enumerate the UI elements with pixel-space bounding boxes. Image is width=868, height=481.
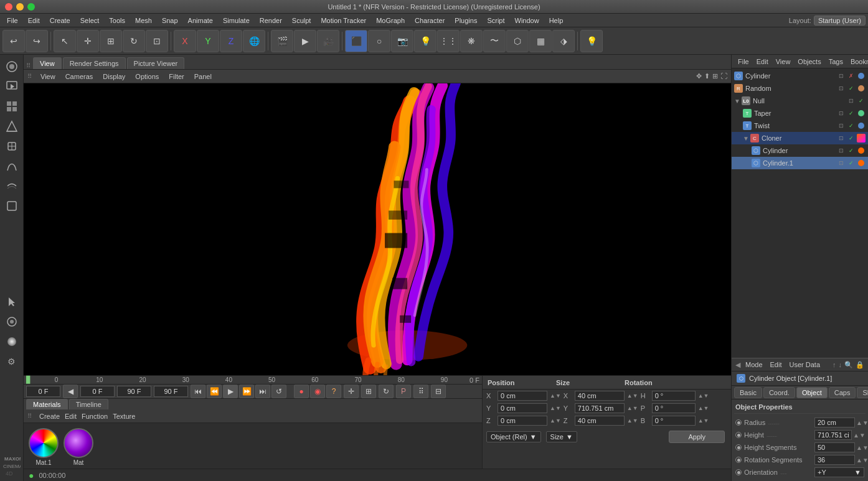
- light-button[interactable]: 💡: [414, 30, 436, 52]
- tw1-v[interactable]: ⊡: [837, 121, 846, 130]
- timeline-prev-field[interactable]: ◀: [63, 385, 78, 398]
- menu-select[interactable]: Select: [76, 16, 104, 26]
- sidebar-icon-box[interactable]: [2, 197, 21, 215]
- prop-height-input[interactable]: [814, 430, 852, 440]
- rot-p-spinner[interactable]: ▲▼: [698, 405, 709, 411]
- sidebar-icon-spline[interactable]: [2, 157, 21, 175]
- menu-plugins[interactable]: Plugins: [450, 16, 481, 26]
- n1-v[interactable]: ⊡: [847, 96, 856, 105]
- cc2-v[interactable]: ⊡: [837, 159, 846, 167]
- tab-render-settings[interactable]: Render Settings: [63, 57, 126, 69]
- tools2-button[interactable]: ⬗: [552, 30, 575, 52]
- prop-hseg-spinner[interactable]: ▲▼: [856, 444, 868, 451]
- pos-y-input[interactable]: [498, 403, 547, 413]
- sidebar-icon-settings[interactable]: ⚙: [2, 352, 21, 371]
- prop-hseg-radio[interactable]: [735, 444, 742, 451]
- render-region-button[interactable]: 🎬: [271, 30, 293, 52]
- cc1-check[interactable]: ✓: [847, 146, 856, 155]
- size-y-spinner[interactable]: ▲▼: [627, 405, 638, 411]
- c1-x[interactable]: ✗: [847, 72, 856, 80]
- material-mat1[interactable]: Mat.1: [29, 428, 59, 466]
- close-button[interactable]: [5, 3, 12, 11]
- vc-options[interactable]: Options: [131, 72, 163, 81]
- pos-x-spinner[interactable]: ▲▼: [550, 393, 561, 399]
- cl1-check[interactable]: ✓: [847, 134, 856, 142]
- props-mode-menu[interactable]: Mode: [743, 360, 765, 369]
- prop-rseg-input[interactable]: [814, 455, 855, 465]
- objects-edit-menu[interactable]: Edit: [754, 57, 771, 66]
- objects-tags-menu[interactable]: Tags: [826, 57, 846, 66]
- axis-z-button[interactable]: Z: [220, 30, 242, 52]
- prop-height-spinner[interactable]: ▲▼: [853, 432, 866, 439]
- timeline-layout-button[interactable]: ⊟: [431, 385, 446, 398]
- tab-view[interactable]: View: [33, 57, 62, 69]
- mat-create-btn[interactable]: Create: [39, 413, 60, 420]
- tree-taper[interactable]: T Taper ⊡ ✓: [732, 107, 868, 119]
- timeline-current-frame[interactable]: 0 F: [26, 386, 60, 397]
- transform-tool-button[interactable]: ⊡: [146, 30, 168, 52]
- layout-value[interactable]: Startup (User): [814, 16, 866, 26]
- loop-button[interactable]: ↺: [271, 385, 286, 398]
- props-search-icon[interactable]: 🔍: [844, 361, 853, 369]
- rot-h-spinner[interactable]: ▲▼: [698, 393, 709, 399]
- r1-v[interactable]: ⊡: [837, 84, 846, 93]
- tab-caps[interactable]: Caps: [829, 387, 856, 398]
- size-z-input[interactable]: [575, 416, 625, 426]
- rot-p-input[interactable]: [652, 403, 696, 413]
- sidebar-icon-mesh[interactable]: [2, 117, 21, 136]
- prop-rseg-radio[interactable]: [735, 457, 742, 463]
- menu-mesh[interactable]: Mesh: [131, 16, 156, 26]
- vc-cameras[interactable]: Cameras: [62, 72, 97, 81]
- effects-button[interactable]: ▦: [529, 30, 552, 52]
- mat-texture-btn[interactable]: Texture: [113, 413, 135, 420]
- cc2-check[interactable]: ✓: [847, 159, 856, 167]
- vc-view[interactable]: View: [37, 72, 59, 81]
- axis-x-button[interactable]: X: [174, 30, 196, 52]
- r1-check[interactable]: ✓: [847, 84, 856, 93]
- timeline-dots-button[interactable]: ⠿: [413, 385, 428, 398]
- select-tool-button[interactable]: ↖: [54, 30, 76, 52]
- size-y-input[interactable]: [575, 403, 625, 413]
- timeline-motion-button[interactable]: P: [396, 385, 411, 398]
- pos-y-spinner[interactable]: ▲▼: [550, 405, 561, 411]
- redo-button[interactable]: ↪: [26, 30, 48, 52]
- prop-radius-radio[interactable]: [735, 419, 742, 426]
- menu-file[interactable]: File: [2, 16, 22, 26]
- timeline-snap-button[interactable]: ⊞: [361, 385, 376, 398]
- cube-button[interactable]: ⬛: [345, 30, 367, 52]
- tree-cylinder[interactable]: ⬡ Cylinder ⊡ ✗: [732, 70, 868, 82]
- tw1-check[interactable]: ✓: [847, 121, 856, 130]
- coord-system-dropdown[interactable]: Object (Rel) ▼: [486, 431, 541, 442]
- objects-objects-menu[interactable]: Objects: [795, 57, 823, 66]
- mat-function-btn[interactable]: Function: [82, 413, 108, 420]
- sidebar-icon-material[interactable]: [2, 332, 21, 351]
- scale-tool-button[interactable]: ⊞: [100, 30, 122, 52]
- timeline-ruler-track[interactable]: 0 10 20 30 40 50 60 70 80 90: [34, 376, 467, 384]
- camera-button[interactable]: 📷: [391, 30, 413, 52]
- play-button[interactable]: ▶: [223, 385, 238, 398]
- menu-character[interactable]: Character: [410, 16, 449, 26]
- menu-tools[interactable]: Tools: [105, 16, 130, 26]
- menu-help[interactable]: Help: [545, 16, 568, 26]
- record-help-button[interactable]: ?: [326, 385, 341, 398]
- vc-display[interactable]: Display: [99, 72, 129, 81]
- cloner-arrow[interactable]: ▼: [743, 135, 749, 142]
- props-arrow-down[interactable]: ↓: [839, 361, 842, 369]
- tab-coord[interactable]: Coord.: [763, 387, 795, 398]
- tree-cylinder1-child[interactable]: ⬡ Cylinder.1 ⊡ ✓: [732, 157, 868, 169]
- rot-b-spinner[interactable]: ▲▼: [698, 418, 709, 424]
- record-auto-button[interactable]: ◉: [310, 385, 325, 398]
- material-mat[interactable]: Mat: [64, 428, 93, 466]
- grid-button[interactable]: ⋮⋮: [437, 30, 460, 52]
- cc1-v[interactable]: ⊡: [837, 146, 846, 155]
- menu-edit[interactable]: Edit: [24, 16, 44, 26]
- null-arrow[interactable]: ▼: [734, 98, 740, 105]
- prop-hseg-input[interactable]: [814, 442, 855, 452]
- props-lock-icon[interactable]: 🔒: [856, 361, 864, 369]
- rot-h-input[interactable]: [652, 391, 696, 401]
- size-mode-dropdown[interactable]: Size ▼: [546, 431, 577, 442]
- t1-v[interactable]: ⊡: [837, 109, 846, 118]
- prop-orient-dropdown[interactable]: +Y ▼: [814, 467, 864, 477]
- prop-orient-radio[interactable]: [735, 469, 742, 475]
- menu-window[interactable]: Window: [511, 16, 544, 26]
